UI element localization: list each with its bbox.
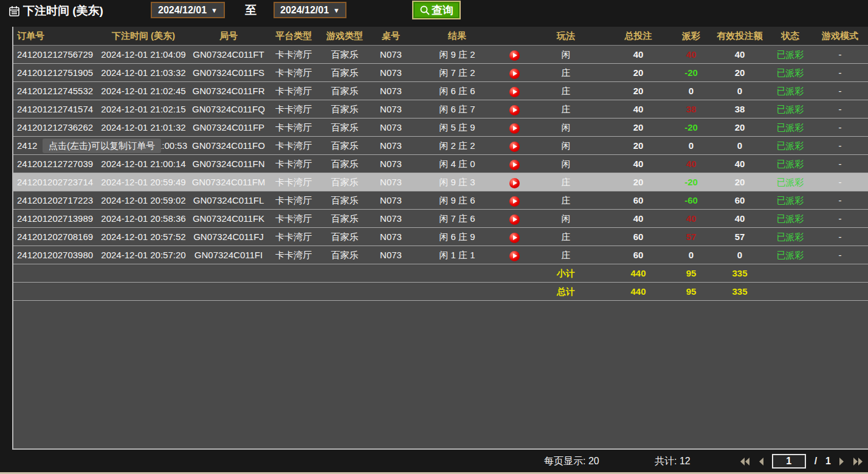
replay-cell xyxy=(502,173,526,191)
play-type-cell: 庄 xyxy=(526,100,605,118)
order-number-cell[interactable]: 241201212741574 xyxy=(13,100,97,118)
payout-cell: 38 xyxy=(671,100,711,118)
play-replay-icon[interactable] xyxy=(509,178,520,188)
valid-bet-cell: 20 xyxy=(711,64,768,81)
per-page-label: 每页显示: 20 xyxy=(544,455,599,468)
date-to-select[interactable]: 2024/12/01 ▼ xyxy=(274,2,346,18)
play-type-cell: 庄 xyxy=(526,191,605,209)
play-replay-icon[interactable] xyxy=(509,160,520,170)
table-number-cell: N073 xyxy=(370,64,412,81)
date-from-select[interactable]: 2024/12/01 ▼ xyxy=(151,2,225,18)
platform-type-cell: 卡卡湾厅 xyxy=(267,100,320,118)
subtotal-row: 小计 440 95 335 xyxy=(13,264,868,283)
game-number-cell: GN07324C011FK xyxy=(190,210,267,227)
order-number-cell[interactable]: 241201212727039 xyxy=(13,155,97,173)
order-number-cell[interactable]: 241201202713989 xyxy=(13,210,97,227)
result-cell: 闲 1 庄 1 xyxy=(412,246,502,264)
play-replay-icon[interactable] xyxy=(509,251,520,261)
replay-cell xyxy=(502,155,526,173)
valid-bet-cell: 40 xyxy=(711,210,768,227)
platform-type-cell: 卡卡湾厅 xyxy=(267,64,320,81)
order-number-cell[interactable]: 241201202723714 xyxy=(13,173,97,191)
table-row[interactable]: 2412012127270392024-12-01 21:00:14GN0732… xyxy=(13,155,868,173)
play-type-cell: 闲 xyxy=(526,210,605,227)
play-replay-icon[interactable] xyxy=(509,69,520,79)
game-mode-cell: - xyxy=(812,210,868,227)
order-number-cell[interactable]: 241201212751905 xyxy=(13,64,97,81)
query-button[interactable]: 查询 xyxy=(412,1,461,19)
platform-type-cell: 卡卡湾厅 xyxy=(267,46,320,63)
valid-bet-cell: 0 xyxy=(711,82,768,100)
table-row[interactable]: 2412012027081692024-12-01 20:57:52GN0732… xyxy=(13,228,868,246)
play-replay-icon[interactable] xyxy=(509,215,520,225)
replay-cell xyxy=(502,118,526,136)
table-row[interactable]: 2412012027039802024-12-01 20:57:20GN0732… xyxy=(13,246,868,264)
total-bet-cell: 20 xyxy=(605,137,671,154)
play-replay-icon[interactable] xyxy=(509,196,520,207)
page-input[interactable] xyxy=(772,454,806,469)
play-replay-icon[interactable] xyxy=(509,50,520,61)
search-icon xyxy=(419,5,430,16)
replay-cell xyxy=(502,100,526,118)
double-arrow-right-icon xyxy=(853,458,863,465)
table-number-cell: N073 xyxy=(370,137,412,154)
game-number-cell: GN07324C011FS xyxy=(190,64,267,81)
valid-bet-cell: 60 xyxy=(711,191,768,209)
last-page-button[interactable] xyxy=(853,458,863,465)
total-count-label: 共计: 12 xyxy=(655,455,691,468)
bet-time-cell: 2024-12-01 21:00:14 xyxy=(97,155,190,173)
table-row[interactable]: 2412012127455322024-12-01 21:02:45GN0732… xyxy=(13,82,868,100)
order-number-cell[interactable]: 241201202708169 xyxy=(13,228,97,246)
play-replay-icon[interactable] xyxy=(509,87,520,97)
play-replay-icon[interactable] xyxy=(509,105,520,115)
game-mode-cell: - xyxy=(812,155,868,173)
table-row[interactable]: 24121:00:53GN07324C011FO卡卡湾厅百家乐N073闲 2 庄… xyxy=(13,137,868,155)
game-type-cell: 百家乐 xyxy=(320,64,370,81)
order-number-cell[interactable]: 241201212756729 xyxy=(13,46,97,63)
table-row[interactable]: 2412012127362622024-12-01 21:01:32GN0732… xyxy=(13,118,868,137)
status-cell: 已派彩 xyxy=(768,137,812,154)
status-cell: 已派彩 xyxy=(768,228,812,246)
chevron-down-icon: ▼ xyxy=(211,7,218,14)
table-row[interactable]: 2412012127415742024-12-01 21:02:15GN0732… xyxy=(13,100,868,118)
play-replay-icon[interactable] xyxy=(509,233,520,243)
game-mode-cell: - xyxy=(812,191,868,209)
next-page-button[interactable] xyxy=(839,458,845,465)
play-replay-icon[interactable] xyxy=(509,123,520,134)
table-number-cell: N073 xyxy=(370,100,412,118)
order-number-cell[interactable]: 241201212745532 xyxy=(13,82,97,100)
table-number-cell: N073 xyxy=(370,210,412,227)
game-number-cell: GN07324C011FN xyxy=(190,155,267,173)
table-row[interactable]: 2412012127567292024-12-01 21:04:09GN0732… xyxy=(13,46,868,64)
pagination: / 1 xyxy=(740,454,863,469)
game-type-cell: 百家乐 xyxy=(320,191,370,209)
game-type-cell: 百家乐 xyxy=(320,173,370,191)
table-number-cell: N073 xyxy=(370,155,412,173)
play-type-cell: 闲 xyxy=(526,46,605,63)
replay-cell xyxy=(502,228,526,246)
order-number-cell[interactable]: 241201212736262 xyxy=(13,118,97,136)
total-bet-cell: 40 xyxy=(605,46,671,63)
status-cell: 已派彩 xyxy=(768,64,812,81)
date-to-value: 2024/12/01 xyxy=(280,5,329,16)
payout-cell: 0 xyxy=(671,137,711,154)
result-cell: 闲 2 庄 2 xyxy=(412,137,502,154)
table-row[interactable]: 2412012027172232024-12-01 20:59:02GN0732… xyxy=(13,191,868,210)
prev-page-button[interactable] xyxy=(758,458,763,465)
play-type-cell: 庄 xyxy=(526,82,605,100)
to-label: 至 xyxy=(245,2,257,18)
valid-bet-cell: 0 xyxy=(711,137,768,154)
table-row[interactable]: 2412012027237142024-12-01 20:59:49GN0732… xyxy=(13,173,868,191)
col-header-total-bet: 总投注 xyxy=(605,27,671,45)
table-row[interactable]: 2412012027139892024-12-01 20:58:36GN0732… xyxy=(13,210,868,228)
platform-type-cell: 卡卡湾厅 xyxy=(267,173,320,191)
play-replay-icon[interactable] xyxy=(509,142,520,152)
table-row[interactable]: 2412012127519052024-12-01 21:03:32GN0732… xyxy=(13,64,868,82)
table-number-cell: N073 xyxy=(370,246,412,264)
order-number-cell[interactable]: 241201202717223 xyxy=(13,191,97,209)
order-number-cell[interactable]: 241201202703980 xyxy=(13,246,97,264)
bet-time-cell: 2024-12-01 21:01:32 xyxy=(97,118,190,136)
result-cell: 闲 5 庄 9 xyxy=(412,118,502,136)
first-page-button[interactable] xyxy=(740,458,749,465)
status-cell: 已派彩 xyxy=(768,191,812,209)
